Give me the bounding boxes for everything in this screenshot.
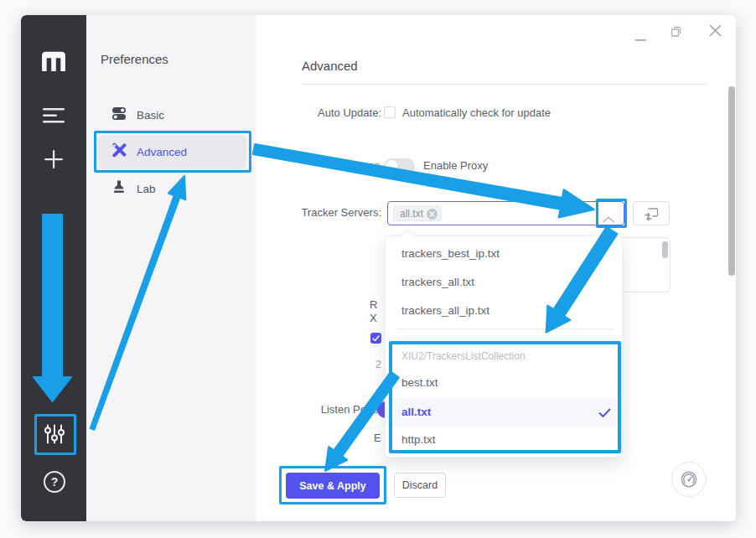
- screenshot-canvas: ? Preferences Basic: [0, 0, 756, 538]
- preferences-title: Preferences: [101, 52, 168, 66]
- minimize-button[interactable]: [634, 30, 648, 45]
- toggle-knob: [386, 160, 398, 173]
- dropdown-divider: [396, 328, 613, 329]
- auto-update-label: Auto Update:: [277, 106, 381, 119]
- restore-button[interactable]: [670, 24, 683, 41]
- dropdown-item[interactable]: best.txt: [386, 369, 622, 397]
- sync-trackers-button[interactable]: [633, 201, 670, 225]
- checked-checkbox-fragment[interactable]: [370, 333, 381, 344]
- tag-label: all.txt: [400, 208, 423, 220]
- hint-text-fragment: E: [374, 432, 381, 444]
- hint-text-fragment: X: [370, 312, 377, 324]
- dropdown-item[interactable]: trackers_all_ip.txt: [386, 297, 622, 325]
- hint-text-fragment: R: [370, 298, 377, 311]
- app-window: ? Preferences Basic: [21, 15, 736, 521]
- dropdown-item[interactable]: trackers_best_ip.txt: [386, 240, 622, 268]
- tracker-servers-label: Tracker Servers:: [277, 206, 381, 219]
- check-icon: [598, 406, 611, 422]
- page-title: Advanced: [302, 59, 358, 73]
- toggles-icon: [111, 106, 127, 124]
- motrix-logo-icon: [39, 50, 68, 75]
- chevron-up-icon[interactable]: [603, 211, 614, 226]
- preferences-panel: Preferences Basic: [86, 15, 256, 521]
- tag-close-icon[interactable]: [427, 209, 438, 220]
- title-divider: [302, 84, 707, 85]
- stamp-icon: [111, 179, 127, 198]
- auto-update-option[interactable]: Automatically check for update: [402, 106, 551, 119]
- pref-item-label: Basic: [137, 109, 164, 122]
- main-scrollbar[interactable]: [728, 86, 735, 276]
- app-sidebar: ?: [21, 15, 86, 521]
- settings-sliders-icon[interactable]: [44, 423, 65, 448]
- dropdown-group-label: XIU2/TrackersListCollection: [401, 350, 526, 362]
- pref-item-lab[interactable]: Lab: [98, 175, 246, 202]
- speed-gauge-button[interactable]: [671, 462, 707, 497]
- proxy-label: Proxy:: [277, 159, 380, 172]
- pref-item-basic[interactable]: Basic: [98, 101, 246, 128]
- dropdown-item-selected[interactable]: all.txt: [386, 398, 622, 427]
- proxy-toggle[interactable]: [384, 158, 415, 174]
- tracker-dropdown: trackers_best_ip.txt trackers_all.txt tr…: [385, 235, 623, 458]
- discard-button[interactable]: Discard: [394, 473, 446, 498]
- close-button[interactable]: [708, 23, 722, 41]
- pref-item-label: Lab: [137, 183, 156, 195]
- tracker-servers-select[interactable]: all.txt: [387, 201, 624, 225]
- listen-ports-label: Listen Ports:: [277, 403, 381, 416]
- save-apply-button[interactable]: Save & Apply: [286, 473, 380, 499]
- pref-item-label: Advanced: [137, 146, 187, 158]
- add-task-icon[interactable]: [44, 149, 64, 173]
- auto-update-checkbox[interactable]: [384, 106, 396, 118]
- task-list-icon[interactable]: [42, 107, 65, 127]
- proxy-option: Enable Proxy: [423, 159, 488, 172]
- help-icon[interactable]: ?: [44, 471, 65, 493]
- dropdown-item[interactable]: trackers_all.txt: [386, 268, 622, 297]
- selected-tag: all.txt: [393, 206, 442, 221]
- dropdown-item[interactable]: http.txt: [386, 426, 622, 454]
- pref-item-advanced[interactable]: Advanced: [98, 135, 246, 168]
- crossed-tools-icon: [111, 142, 127, 161]
- timestamp-fragment: 2: [375, 359, 381, 370]
- textarea-scrollbar[interactable]: [662, 241, 668, 258]
